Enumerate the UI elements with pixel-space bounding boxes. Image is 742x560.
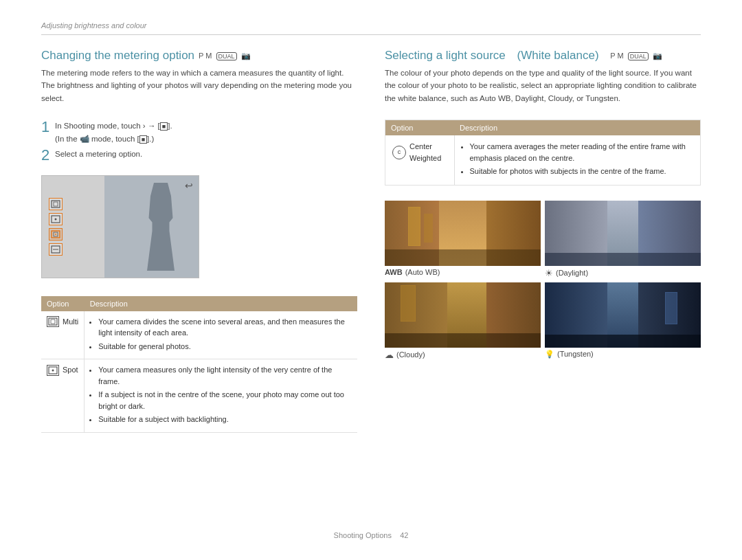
spot-bullet-3: Suitable for a subject with backlighting… <box>98 414 352 425</box>
photo-cloudy <box>385 282 541 348</box>
section2-mode-icons: P M DUAL 📷 <box>610 52 662 60</box>
multi-option-icon <box>47 316 59 327</box>
page-container: Adjusting brightness and colour Changing… <box>0 0 742 560</box>
cw-bullet-2: Suitable for photos with subjects in the… <box>470 166 694 177</box>
multi-bullet-2: Suitable for general photos. <box>98 341 352 352</box>
image-item-daylight: ☀ (Daylight) <box>545 201 701 278</box>
left-options-table: Option Description <box>41 296 357 433</box>
left-table-wrapper: Option Description <box>41 296 357 433</box>
back-icon: ↩ <box>185 180 193 191</box>
page-header: Adjusting brightness and colour <box>41 21 701 35</box>
right-column: Selecting a light source (White balance)… <box>385 49 701 519</box>
left-col-desc: Description <box>85 296 357 311</box>
footer-text: Shooting Options <box>334 531 392 539</box>
right-table-wrapper: Option Description c CenterWeighted <box>385 120 701 186</box>
table-row-multi: Multi Your camera divides the scene into… <box>41 311 357 359</box>
footer-page: 42 <box>400 531 408 539</box>
photo-tungsten-caption: 💡 (Tungsten) <box>545 350 701 359</box>
spot-option-icon <box>47 365 59 376</box>
image-item-tungsten: 💡 (Tungsten) <box>545 282 701 360</box>
tungsten-label: (Tungsten) <box>557 350 594 358</box>
daylight-label: (Daylight) <box>556 269 588 277</box>
image-item-autowb: AWB (Auto WB) <box>385 201 541 278</box>
metering-icons <box>49 198 63 256</box>
svg-rect-1 <box>54 202 58 206</box>
header-title: Adjusting brightness and colour <box>41 21 146 30</box>
left-col-option: Option <box>41 296 85 311</box>
center-weighted-icon: c <box>392 146 406 159</box>
spot-desc-cell: Your camera measures only the light inte… <box>85 359 357 433</box>
main-content: Changing the metering option P M DUAL 📷 … <box>41 49 701 519</box>
cloudy-icon: ☁ <box>385 350 394 360</box>
spot-bullet-2: If a subject is not in the centre of the… <box>98 389 352 412</box>
daylight-icon: ☀ <box>545 268 553 278</box>
spot-option-cell: Spot <box>41 359 85 433</box>
step1: 1 In Shooting mode, touch › → [■]. (In t… <box>41 120 357 145</box>
table-row-center-weighted: c CenterWeighted Your camera averages th… <box>385 135 700 185</box>
photo-cloudy-caption: ☁ (Cloudy) <box>385 350 541 360</box>
cloudy-label: (Cloudy) <box>396 350 425 359</box>
center-icon <box>49 228 63 240</box>
step2-text: Select a metering option. <box>55 148 142 163</box>
section1-title-block: Changing the metering option P M DUAL 📷 … <box>41 49 357 110</box>
svg-point-6 <box>55 234 56 235</box>
multi-icon <box>49 198 63 210</box>
section2-desc: The colour of your photo depends on the … <box>385 67 701 104</box>
photo-autowb-caption: AWB (Auto WB) <box>385 268 541 276</box>
section1-desc: The metering mode refers to the way in w… <box>41 67 357 104</box>
multi-desc-cell: Your camera divides the scene into sever… <box>85 311 357 359</box>
right-col-option: Option <box>385 120 454 135</box>
step2: 2 Select a metering option. <box>41 148 357 163</box>
section1-mode-icons: P M DUAL 📷 <box>199 52 251 60</box>
page-footer: Shooting Options 42 <box>41 524 701 539</box>
viewfinder: ↩ <box>41 175 199 278</box>
center-weighted-label: CenterWeighted <box>409 141 441 164</box>
spot-icon <box>49 213 63 225</box>
right-col-desc: Description <box>454 120 700 135</box>
multi-bullets: Your camera divides the scene into sever… <box>90 316 352 352</box>
spot-bullets: Your camera measures only the light inte… <box>90 364 352 425</box>
spot-label: Spot <box>63 364 78 376</box>
right-options-table: Option Description c CenterWeighted <box>385 120 700 185</box>
step1-a: In Shooting mode, touch › → [■]. <box>55 120 172 132</box>
section2-title: Selecting a light source (White balance)… <box>385 49 701 63</box>
section2-title-block: Selecting a light source (White balance)… <box>385 49 701 110</box>
tungsten-icon: 💡 <box>545 350 554 359</box>
multi-label: Multi <box>63 316 78 328</box>
photo-daylight-caption: ☀ (Daylight) <box>545 268 701 278</box>
steps-block: 1 In Shooting mode, touch › → [■]. (In t… <box>41 120 357 166</box>
svg-point-3 <box>55 218 57 220</box>
autowb-label: (Auto WB) <box>405 268 440 276</box>
center-weighted-option-cell: c CenterWeighted <box>385 135 454 185</box>
svg-point-12 <box>52 369 54 371</box>
image-item-cloudy: ☁ (Cloudy) <box>385 282 541 360</box>
section1-title: Changing the metering option P M DUAL 📷 <box>41 49 357 63</box>
center-weighted-bullets: Your camera averages the meter reading o… <box>462 141 694 177</box>
minus-icon <box>49 243 63 256</box>
svg-rect-9 <box>49 318 57 325</box>
awb-icon: AWB <box>385 268 403 276</box>
cw-bullet-1: Your camera averages the meter reading o… <box>470 141 694 164</box>
svg-rect-10 <box>51 320 55 324</box>
photo-autowb <box>385 201 541 266</box>
left-column: Changing the metering option P M DUAL 📷 … <box>41 49 357 519</box>
photo-tungsten <box>545 282 701 348</box>
svg-rect-0 <box>52 201 60 208</box>
center-weighted-desc-cell: Your camera averages the meter reading o… <box>454 135 700 185</box>
photo-daylight <box>545 201 701 266</box>
multi-option-cell: Multi <box>41 311 85 359</box>
spot-bullet-1: Your camera measures only the light inte… <box>98 364 352 387</box>
multi-bullet-1: Your camera divides the scene into sever… <box>98 316 352 339</box>
table-row-spot: Spot Your camera measures only the light… <box>41 359 357 433</box>
photo-grid: AWB (Auto WB) ☀ <box>385 201 701 360</box>
step1-b: (In the 📹 mode, touch [■].) <box>55 133 172 145</box>
